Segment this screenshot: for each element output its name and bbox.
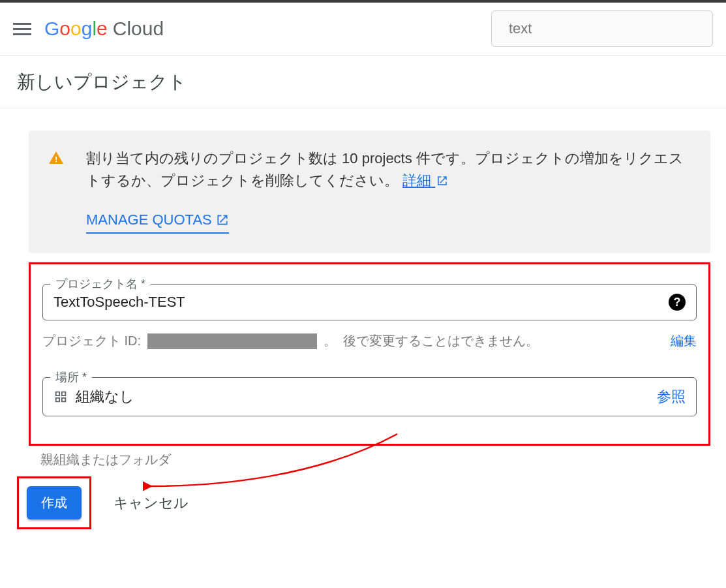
button-row: 作成 キャンセル <box>17 476 710 529</box>
location-helper-text: 親組織またはフォルダ <box>29 451 710 469</box>
project-id-punct: 。 <box>324 332 337 350</box>
project-id-note: 後で変更することはできません。 <box>343 332 539 350</box>
organization-icon <box>53 390 68 404</box>
project-name-label: プロジェクト名 * <box>50 276 151 292</box>
search-input[interactable] <box>491 10 713 47</box>
project-id-masked <box>147 333 317 349</box>
project-name-field-wrap: プロジェクト名 * TextToSpeech-TEST ? <box>42 284 697 320</box>
google-cloud-logo[interactable]: Google Cloud <box>44 18 164 40</box>
project-name-value: TextToSpeech-TEST <box>53 294 185 311</box>
create-button-highlight: 作成 <box>17 476 91 529</box>
form-highlight-area: プロジェクト名 * TextToSpeech-TEST ? プロジェクト ID:… <box>29 262 710 446</box>
quota-notice: 割り当て内の残りのプロジェクト数は 10 projects 件です。プロジェクト… <box>29 131 710 253</box>
browse-link[interactable]: 参照 <box>657 387 686 407</box>
manage-quotas-link[interactable]: MANAGE QUOTAS <box>86 209 229 234</box>
cancel-button[interactable]: キャンセル <box>113 493 189 513</box>
help-icon[interactable]: ? <box>669 294 686 311</box>
location-label: 場所 * <box>50 369 92 385</box>
project-id-prefix: プロジェクト ID: <box>42 332 141 350</box>
warning-icon <box>48 147 64 166</box>
project-id-row: プロジェクト ID: 。 後で変更することはできません。 編集 <box>42 332 697 350</box>
header-bar: Google Cloud <box>0 3 726 55</box>
notice-body-text: 割り当て内の残りのプロジェクト数は 10 projects 件です。プロジェクト… <box>86 150 684 189</box>
create-button[interactable]: 作成 <box>27 486 82 519</box>
hamburger-menu-icon[interactable] <box>13 20 31 38</box>
location-value: 組織なし <box>76 387 134 407</box>
location-input[interactable]: 組織なし 参照 <box>42 377 697 416</box>
page-title: 新しいプロジェクト <box>0 55 726 108</box>
logo-cloud-text: Cloud <box>113 18 164 40</box>
content-area: 割り当て内の残りのプロジェクト数は 10 projects 件です。プロジェクト… <box>0 108 726 555</box>
details-link[interactable]: 詳細 <box>402 172 448 189</box>
location-field-wrap: 場所 * 組織なし 参照 <box>42 377 697 416</box>
edit-id-link[interactable]: 編集 <box>671 332 697 350</box>
